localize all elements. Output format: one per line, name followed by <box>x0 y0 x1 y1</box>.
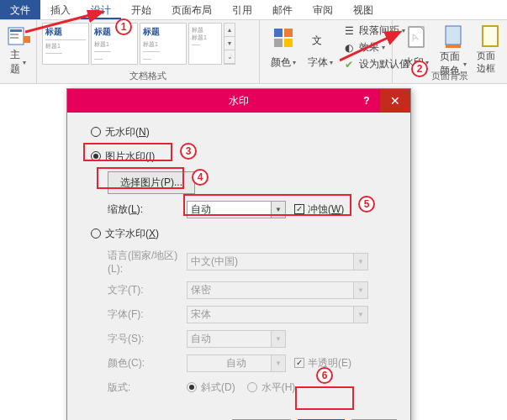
theme-label: 主题 <box>10 48 21 76</box>
scale-label: 缩放(L): <box>108 202 187 217</box>
check-icon: ✔ <box>345 59 356 71</box>
tab-insert[interactable]: 插入 <box>40 0 81 19</box>
dialog-close-button[interactable]: ✕ <box>380 89 410 113</box>
ribbon-tabs: 文件 插入 设计 开始 页面布局 引用 邮件 审阅 视图 <box>0 0 507 20</box>
color-button[interactable]: 颜色▾ <box>265 23 302 71</box>
pagecolor-button[interactable]: 页面颜色▾ <box>435 23 472 71</box>
tab-design[interactable]: 设计 <box>81 0 121 19</box>
tab-file[interactable]: 文件 <box>0 0 40 19</box>
gallery-item[interactable]: 标题标题1────── <box>91 23 138 65</box>
trans-label: 半透明(E) <box>308 356 351 370</box>
gallery-scroll[interactable]: ▴▾⌄ <box>224 23 235 65</box>
tab-start[interactable]: 开始 <box>121 0 161 19</box>
theme-button[interactable]: 主题▾ <box>5 23 31 71</box>
dialog-help-button[interactable]: ? <box>353 89 380 113</box>
tab-mail[interactable]: 邮件 <box>262 0 303 19</box>
watermark-dialog: 水印 ? ✕ 无水印(N) 图片水印(I) 选择图片(P)... 缩放(L): … <box>66 88 411 420</box>
tab-ref[interactable]: 引用 <box>222 0 262 19</box>
svg-rect-8 <box>284 39 293 47</box>
svg-rect-3 <box>10 37 18 39</box>
svg-rect-1 <box>10 29 22 32</box>
word-select[interactable]: 保密▼ <box>187 281 368 299</box>
color-select[interactable]: 自动▼ <box>187 354 286 372</box>
color-icon <box>270 24 297 51</box>
lang-label: 语言(国家/地区)(L): <box>108 249 187 275</box>
svg-rect-7 <box>274 39 283 47</box>
font-icon: 文 <box>307 24 334 51</box>
svg-text:文: 文 <box>312 34 322 46</box>
dialog-titlebar: 水印 ? ✕ <box>67 89 410 113</box>
layout-label: 版式: <box>108 381 187 395</box>
size-select[interactable]: 自动▼ <box>187 330 286 348</box>
svg-rect-12 <box>446 26 461 45</box>
gallery-item[interactable]: 标题标题1──── <box>42 23 89 65</box>
washout-label: 冲蚀(W) <box>308 202 344 217</box>
chevron-down-icon: ▼ <box>353 282 367 298</box>
style-gallery[interactable]: 标题标题1──── 标题标题1────── 标题标题1────── 标题标题1─… <box>42 23 254 70</box>
pagebg-label: 页面背景 <box>393 70 507 82</box>
watermark-icon: A <box>403 24 430 51</box>
font-select[interactable]: 宋体▼ <box>187 306 368 323</box>
pageborder-button[interactable]: 页面边框 <box>472 23 507 71</box>
choose-picture-button[interactable]: 选择图片(P)... <box>108 171 195 194</box>
docfmt-label: 文档格式 <box>37 70 259 82</box>
lang-select[interactable]: 中文(中国)▼ <box>187 253 368 270</box>
chevron-down-icon: ▼ <box>271 355 285 371</box>
word-label: 文字(T): <box>108 283 187 297</box>
gallery-item[interactable]: 标题标题1── <box>188 23 222 65</box>
radio-horiz[interactable] <box>247 382 257 392</box>
para-icon: ☰ <box>345 25 356 37</box>
tab-layout[interactable]: 页面布局 <box>161 0 222 19</box>
svg-rect-5 <box>274 29 283 37</box>
radio-picture[interactable] <box>91 151 101 161</box>
pagecolor-icon <box>440 24 467 50</box>
none-label: 无水印(N) <box>105 125 150 139</box>
svg-rect-4 <box>24 36 30 43</box>
trans-checkbox[interactable] <box>294 358 304 368</box>
dialog-title: 水印 <box>229 94 249 108</box>
font-label: 字体(F): <box>108 307 187 322</box>
tab-review[interactable]: 审阅 <box>303 0 343 19</box>
chevron-down-icon: ▼ <box>271 202 285 218</box>
svg-rect-6 <box>284 29 293 37</box>
tab-view[interactable]: 视图 <box>343 0 383 19</box>
watermark-button[interactable]: A 水印▾ <box>398 23 435 71</box>
picture-label: 图片水印(I) <box>105 150 155 164</box>
chevron-down-icon: ▼ <box>353 254 367 270</box>
radio-none[interactable] <box>91 127 101 137</box>
diag-label: 斜式(D) <box>201 381 235 395</box>
radio-diag[interactable] <box>187 382 197 392</box>
pageborder-icon <box>477 24 504 50</box>
color-label: 颜色(C): <box>108 356 187 370</box>
svg-rect-13 <box>446 45 461 48</box>
size-label: 字号(S): <box>108 332 187 346</box>
washout-checkbox[interactable] <box>294 204 304 214</box>
svg-rect-14 <box>483 26 498 46</box>
theme-icon <box>5 24 32 48</box>
gallery-item[interactable]: 标题标题1────── <box>140 23 187 65</box>
font-button[interactable]: 文 字体▾ <box>302 23 339 71</box>
ribbon: 主题▾ 标题标题1──── 标题标题1────── 标题标题1────── 标题… <box>0 20 507 84</box>
chevron-down-icon: ▼ <box>353 307 367 323</box>
chevron-down-icon: ▼ <box>271 331 285 347</box>
effect-icon: ◐ <box>345 42 356 54</box>
svg-rect-2 <box>10 34 18 35</box>
horiz-label: 水平(H) <box>261 381 296 395</box>
scale-select[interactable]: 自动▼ <box>187 201 286 218</box>
text-label: 文字水印(X) <box>105 227 159 241</box>
radio-text[interactable] <box>91 228 101 239</box>
